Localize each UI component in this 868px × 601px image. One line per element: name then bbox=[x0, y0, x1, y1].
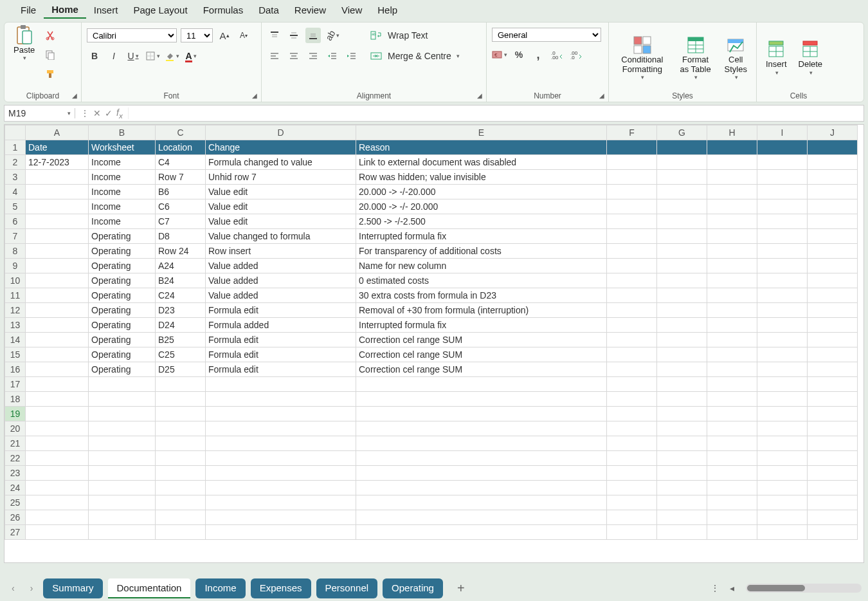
cell[interactable]: 0 estimated costs bbox=[356, 273, 607, 288]
cell[interactable] bbox=[26, 407, 89, 421]
cell[interactable] bbox=[607, 377, 657, 392]
row-header[interactable]: 15 bbox=[5, 347, 26, 362]
cell[interactable] bbox=[808, 466, 858, 481]
cell[interactable] bbox=[707, 347, 757, 362]
cell[interactable] bbox=[26, 229, 89, 244]
cell[interactable] bbox=[707, 199, 757, 214]
cell[interactable] bbox=[607, 185, 657, 199]
cell[interactable] bbox=[156, 466, 206, 481]
cell[interactable] bbox=[89, 481, 156, 495]
cell[interactable] bbox=[607, 244, 657, 259]
cell[interactable] bbox=[707, 303, 757, 318]
cell[interactable] bbox=[657, 347, 707, 362]
cell[interactable] bbox=[707, 362, 757, 377]
cell[interactable] bbox=[657, 421, 707, 436]
number-format-select[interactable]: General bbox=[492, 28, 601, 42]
cell[interactable]: Income bbox=[89, 170, 156, 185]
cell[interactable] bbox=[26, 318, 89, 333]
cell[interactable] bbox=[26, 421, 89, 436]
select-all-corner[interactable] bbox=[5, 125, 26, 140]
sheet-tab-summary[interactable]: Summary bbox=[43, 578, 102, 598]
cell[interactable] bbox=[707, 421, 757, 436]
delete-cells-button[interactable]: Delete▾ bbox=[795, 39, 827, 75]
cell[interactable] bbox=[707, 318, 757, 333]
cell[interactable]: Operating bbox=[89, 273, 156, 288]
cell[interactable] bbox=[657, 510, 707, 525]
cell[interactable]: C7 bbox=[156, 214, 206, 229]
cell[interactable] bbox=[26, 303, 89, 318]
cell[interactable] bbox=[156, 451, 206, 466]
cell[interactable] bbox=[89, 436, 156, 451]
cell[interactable] bbox=[607, 495, 657, 510]
cell[interactable] bbox=[26, 333, 89, 347]
cell[interactable]: Value added bbox=[206, 273, 356, 288]
cell[interactable] bbox=[607, 155, 657, 170]
menu-insert[interactable]: Insert bbox=[86, 2, 126, 18]
column-header[interactable]: E bbox=[356, 125, 607, 140]
cell[interactable] bbox=[808, 288, 858, 303]
cell[interactable] bbox=[156, 421, 206, 436]
conditional-formatting-button[interactable]: Conditional Formatting▾ bbox=[614, 35, 671, 80]
row-header[interactable]: 11 bbox=[5, 288, 26, 303]
decrease-font-button[interactable]: A▾ bbox=[236, 28, 251, 43]
cell[interactable] bbox=[26, 466, 89, 481]
cell[interactable] bbox=[657, 303, 707, 318]
cell[interactable]: Income bbox=[89, 199, 156, 214]
cell[interactable]: 30 extra costs from formula in D23 bbox=[356, 288, 607, 303]
cell[interactable]: Operating bbox=[89, 347, 156, 362]
dialog-launcher-icon[interactable]: ◢ bbox=[252, 92, 257, 99]
row-header[interactable]: 8 bbox=[5, 244, 26, 259]
sheet-tab-expenses[interactable]: Expenses bbox=[251, 578, 311, 598]
align-bottom-button[interactable] bbox=[305, 28, 321, 43]
italic-button[interactable]: I bbox=[106, 48, 122, 64]
cell[interactable] bbox=[757, 377, 808, 392]
insert-cells-button[interactable]: Insert▾ bbox=[762, 39, 791, 75]
cell[interactable] bbox=[89, 495, 156, 510]
cell[interactable] bbox=[757, 525, 808, 540]
comma-button[interactable]: , bbox=[530, 47, 546, 62]
cell[interactable] bbox=[757, 451, 808, 466]
cell[interactable] bbox=[26, 525, 89, 540]
cell[interactable] bbox=[607, 303, 657, 318]
cell[interactable] bbox=[707, 185, 757, 199]
cell[interactable]: D24 bbox=[156, 318, 206, 333]
cell[interactable] bbox=[808, 377, 858, 392]
cell[interactable] bbox=[607, 392, 657, 407]
row-header[interactable]: 23 bbox=[5, 466, 26, 481]
cell[interactable] bbox=[757, 362, 808, 377]
cell[interactable] bbox=[808, 407, 858, 421]
cell[interactable]: Value edit bbox=[206, 199, 356, 214]
cell[interactable] bbox=[707, 140, 757, 155]
cell[interactable] bbox=[356, 407, 607, 421]
cell[interactable]: Operating bbox=[89, 259, 156, 273]
row-header[interactable]: 22 bbox=[5, 451, 26, 466]
cell[interactable] bbox=[757, 407, 808, 421]
cell[interactable] bbox=[707, 244, 757, 259]
cell[interactable]: Operating bbox=[89, 362, 156, 377]
format-painter-button[interactable] bbox=[42, 66, 58, 82]
cell[interactable]: C24 bbox=[156, 288, 206, 303]
cell[interactable] bbox=[757, 229, 808, 244]
cell-styles-button[interactable]: Cell Styles▾ bbox=[720, 35, 751, 80]
cell[interactable] bbox=[607, 229, 657, 244]
bold-button[interactable]: B bbox=[87, 48, 102, 64]
cell[interactable]: Row insert bbox=[206, 244, 356, 259]
underline-button[interactable]: U▾ bbox=[125, 48, 141, 64]
more-icon[interactable]: ⋮ bbox=[80, 108, 89, 118]
enter-icon[interactable]: ✓ bbox=[105, 108, 113, 118]
cell[interactable] bbox=[657, 155, 707, 170]
cell[interactable] bbox=[757, 288, 808, 303]
cell[interactable] bbox=[607, 510, 657, 525]
cell[interactable] bbox=[607, 214, 657, 229]
cell[interactable] bbox=[156, 495, 206, 510]
cell[interactable] bbox=[607, 273, 657, 288]
cell[interactable] bbox=[657, 318, 707, 333]
sheet-tab-documentation[interactable]: Documentation bbox=[108, 578, 191, 598]
cell[interactable] bbox=[808, 259, 858, 273]
cell[interactable] bbox=[808, 214, 858, 229]
copy-button[interactable] bbox=[42, 47, 58, 62]
cell[interactable]: C4 bbox=[156, 155, 206, 170]
cell[interactable] bbox=[206, 436, 356, 451]
tab-nav-prev[interactable]: ‹ bbox=[6, 580, 20, 596]
cell[interactable] bbox=[657, 229, 707, 244]
